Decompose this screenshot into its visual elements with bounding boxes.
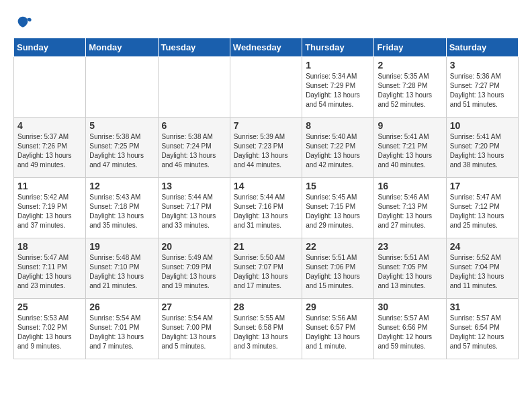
day-cell-10: 10Sunrise: 5:41 AM Sunset: 7:20 PM Dayli… xyxy=(446,118,518,178)
week-row-3: 11Sunrise: 5:42 AM Sunset: 7:19 PM Dayli… xyxy=(14,178,519,238)
day-detail: Sunrise: 5:44 AM Sunset: 7:17 PM Dayligh… xyxy=(162,193,226,230)
day-cell-7: 7Sunrise: 5:39 AM Sunset: 7:23 PM Daylig… xyxy=(230,118,302,178)
calendar-table: SundayMondayTuesdayWednesdayThursdayFrid… xyxy=(13,38,519,359)
day-detail: Sunrise: 5:44 AM Sunset: 7:16 PM Dayligh… xyxy=(234,193,298,230)
day-detail: Sunrise: 5:57 AM Sunset: 6:56 PM Dayligh… xyxy=(378,314,442,351)
day-cell-1: 1Sunrise: 5:34 AM Sunset: 7:29 PM Daylig… xyxy=(302,57,374,118)
day-cell-empty xyxy=(14,57,86,118)
day-number: 26 xyxy=(89,302,154,312)
day-detail: Sunrise: 5:38 AM Sunset: 7:25 PM Dayligh… xyxy=(89,132,154,170)
day-number: 11 xyxy=(17,181,82,191)
day-detail: Sunrise: 5:56 AM Sunset: 6:57 PM Dayligh… xyxy=(306,314,370,351)
day-cell-8: 8Sunrise: 5:40 AM Sunset: 7:22 PM Daylig… xyxy=(302,118,374,178)
week-row-2: 4Sunrise: 5:37 AM Sunset: 7:26 PM Daylig… xyxy=(14,118,519,178)
day-number: 2 xyxy=(378,60,442,71)
day-cell-14: 14Sunrise: 5:44 AM Sunset: 7:16 PM Dayli… xyxy=(230,178,302,238)
header-cell-saturday: Saturday xyxy=(446,38,518,57)
day-cell-4: 4Sunrise: 5:37 AM Sunset: 7:26 PM Daylig… xyxy=(14,118,86,178)
day-number: 27 xyxy=(162,302,226,312)
day-cell-31: 31Sunrise: 5:57 AM Sunset: 6:54 PM Dayli… xyxy=(446,299,518,359)
calendar-body: 1Sunrise: 5:34 AM Sunset: 7:29 PM Daylig… xyxy=(14,57,519,359)
day-cell-20: 20Sunrise: 5:49 AM Sunset: 7:09 PM Dayli… xyxy=(158,238,230,299)
day-detail: Sunrise: 5:48 AM Sunset: 7:10 PM Dayligh… xyxy=(89,253,154,291)
day-cell-15: 15Sunrise: 5:45 AM Sunset: 7:15 PM Dayli… xyxy=(302,178,374,238)
header-cell-friday: Friday xyxy=(374,38,446,57)
day-number: 21 xyxy=(234,241,298,252)
day-number: 25 xyxy=(17,302,82,312)
day-number: 30 xyxy=(378,302,442,312)
day-detail: Sunrise: 5:40 AM Sunset: 7:22 PM Dayligh… xyxy=(306,132,370,170)
day-cell-11: 11Sunrise: 5:42 AM Sunset: 7:19 PM Dayli… xyxy=(14,178,86,238)
day-detail: Sunrise: 5:50 AM Sunset: 7:07 PM Dayligh… xyxy=(234,253,298,291)
week-row-4: 18Sunrise: 5:47 AM Sunset: 7:11 PM Dayli… xyxy=(14,238,519,299)
day-cell-17: 17Sunrise: 5:47 AM Sunset: 7:12 PM Dayli… xyxy=(446,178,518,238)
day-detail: Sunrise: 5:49 AM Sunset: 7:09 PM Dayligh… xyxy=(162,253,226,291)
day-cell-22: 22Sunrise: 5:51 AM Sunset: 7:06 PM Dayli… xyxy=(302,238,374,299)
day-number: 19 xyxy=(89,241,154,252)
day-detail: Sunrise: 5:52 AM Sunset: 7:04 PM Dayligh… xyxy=(450,253,515,291)
day-detail: Sunrise: 5:57 AM Sunset: 6:54 PM Dayligh… xyxy=(450,314,515,351)
week-row-1: 1Sunrise: 5:34 AM Sunset: 7:29 PM Daylig… xyxy=(14,57,519,118)
day-number: 4 xyxy=(17,120,82,131)
day-cell-25: 25Sunrise: 5:53 AM Sunset: 7:02 PM Dayli… xyxy=(14,299,86,359)
day-cell-13: 13Sunrise: 5:44 AM Sunset: 7:17 PM Dayli… xyxy=(158,178,230,238)
day-cell-27: 27Sunrise: 5:54 AM Sunset: 7:00 PM Dayli… xyxy=(158,299,230,359)
day-number: 9 xyxy=(378,120,442,131)
day-detail: Sunrise: 5:35 AM Sunset: 7:28 PM Dayligh… xyxy=(378,72,442,109)
day-cell-29: 29Sunrise: 5:56 AM Sunset: 6:57 PM Dayli… xyxy=(302,299,374,359)
day-number: 16 xyxy=(378,181,442,191)
day-cell-18: 18Sunrise: 5:47 AM Sunset: 7:11 PM Dayli… xyxy=(14,238,86,299)
day-number: 17 xyxy=(450,181,515,191)
day-number: 18 xyxy=(17,241,82,252)
day-cell-3: 3Sunrise: 5:36 AM Sunset: 7:27 PM Daylig… xyxy=(446,57,518,118)
header-cell-wednesday: Wednesday xyxy=(230,38,302,57)
day-cell-empty xyxy=(158,57,230,118)
day-detail: Sunrise: 5:41 AM Sunset: 7:20 PM Dayligh… xyxy=(450,132,515,170)
day-cell-9: 9Sunrise: 5:41 AM Sunset: 7:21 PM Daylig… xyxy=(374,118,446,178)
day-detail: Sunrise: 5:47 AM Sunset: 7:11 PM Dayligh… xyxy=(17,253,82,291)
day-number: 13 xyxy=(162,181,226,191)
day-detail: Sunrise: 5:36 AM Sunset: 7:27 PM Dayligh… xyxy=(450,72,515,109)
day-detail: Sunrise: 5:54 AM Sunset: 7:01 PM Dayligh… xyxy=(89,314,154,351)
day-detail: Sunrise: 5:39 AM Sunset: 7:23 PM Dayligh… xyxy=(234,132,298,170)
day-cell-16: 16Sunrise: 5:46 AM Sunset: 7:13 PM Dayli… xyxy=(374,178,446,238)
day-detail: Sunrise: 5:34 AM Sunset: 7:29 PM Dayligh… xyxy=(306,72,370,109)
day-number: 10 xyxy=(450,120,515,131)
logo xyxy=(13,13,35,32)
header-cell-sunday: Sunday xyxy=(14,38,86,57)
day-cell-24: 24Sunrise: 5:52 AM Sunset: 7:04 PM Dayli… xyxy=(446,238,518,299)
day-number: 8 xyxy=(306,120,370,131)
day-number: 23 xyxy=(378,241,442,252)
day-detail: Sunrise: 5:47 AM Sunset: 7:12 PM Dayligh… xyxy=(450,193,515,230)
day-number: 15 xyxy=(306,181,370,191)
day-cell-23: 23Sunrise: 5:51 AM Sunset: 7:05 PM Dayli… xyxy=(374,238,446,299)
week-row-5: 25Sunrise: 5:53 AM Sunset: 7:02 PM Dayli… xyxy=(14,299,519,359)
day-cell-12: 12Sunrise: 5:43 AM Sunset: 7:18 PM Dayli… xyxy=(86,178,158,238)
header-cell-thursday: Thursday xyxy=(302,38,374,57)
day-detail: Sunrise: 5:53 AM Sunset: 7:02 PM Dayligh… xyxy=(17,314,82,351)
day-number: 3 xyxy=(450,60,515,71)
day-detail: Sunrise: 5:51 AM Sunset: 7:06 PM Dayligh… xyxy=(306,253,370,291)
day-number: 29 xyxy=(306,302,370,312)
day-number: 12 xyxy=(89,181,154,191)
day-detail: Sunrise: 5:38 AM Sunset: 7:24 PM Dayligh… xyxy=(162,132,226,170)
day-number: 14 xyxy=(234,181,298,191)
day-number: 22 xyxy=(306,241,370,252)
day-number: 20 xyxy=(162,241,226,252)
day-cell-5: 5Sunrise: 5:38 AM Sunset: 7:25 PM Daylig… xyxy=(86,118,158,178)
header-cell-tuesday: Tuesday xyxy=(158,38,230,57)
header-row: SundayMondayTuesdayWednesdayThursdayFrid… xyxy=(14,38,519,57)
day-cell-30: 30Sunrise: 5:57 AM Sunset: 6:56 PM Dayli… xyxy=(374,299,446,359)
day-detail: Sunrise: 5:42 AM Sunset: 7:19 PM Dayligh… xyxy=(17,193,82,230)
day-detail: Sunrise: 5:55 AM Sunset: 6:58 PM Dayligh… xyxy=(234,314,298,351)
day-cell-empty xyxy=(230,57,302,118)
day-number: 7 xyxy=(234,120,298,131)
day-cell-21: 21Sunrise: 5:50 AM Sunset: 7:07 PM Dayli… xyxy=(230,238,302,299)
calendar-header: SundayMondayTuesdayWednesdayThursdayFrid… xyxy=(14,38,519,57)
day-detail: Sunrise: 5:46 AM Sunset: 7:13 PM Dayligh… xyxy=(378,193,442,230)
day-detail: Sunrise: 5:43 AM Sunset: 7:18 PM Dayligh… xyxy=(89,193,154,230)
day-number: 6 xyxy=(162,120,226,131)
header xyxy=(13,13,519,32)
logo-bird-icon xyxy=(13,13,32,32)
day-detail: Sunrise: 5:51 AM Sunset: 7:05 PM Dayligh… xyxy=(378,253,442,291)
